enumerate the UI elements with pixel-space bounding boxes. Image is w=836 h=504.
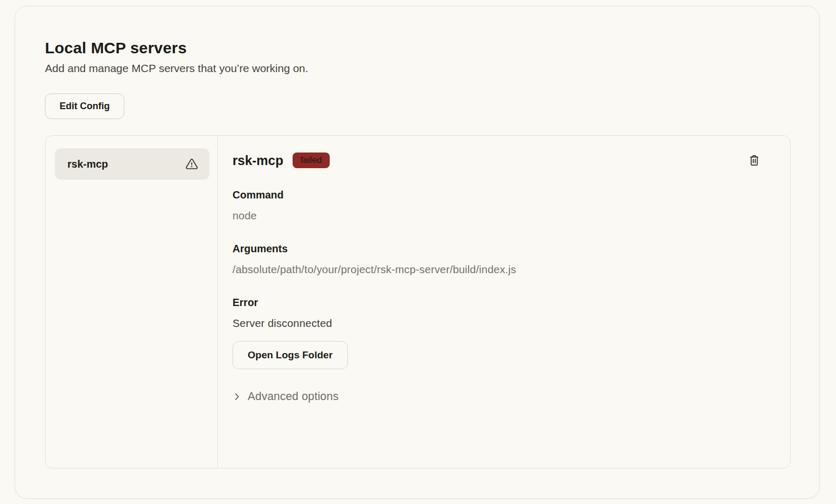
page-subtitle: Add and manage MCP servers that you’re w… (45, 62, 789, 75)
warning-icon (185, 158, 198, 170)
status-badge: failed (293, 153, 330, 168)
settings-panel: Local MCP servers Add and manage MCP ser… (15, 6, 820, 499)
server-name: rsk-mcp (233, 153, 283, 168)
advanced-options-label: Advanced options (248, 390, 339, 403)
edit-config-button[interactable]: Edit Config (45, 93, 124, 119)
delete-server-button[interactable] (747, 153, 762, 168)
server-list-sidebar: rsk-mcp (45, 136, 218, 468)
command-label: Command (233, 189, 762, 201)
trash-icon (748, 154, 761, 167)
open-logs-folder-button[interactable]: Open Logs Folder (233, 341, 348, 369)
advanced-options-toggle[interactable]: Advanced options (233, 390, 339, 403)
arguments-label: Arguments (233, 243, 762, 255)
server-detail-pane: rsk-mcp failed (218, 136, 790, 468)
screen: Local MCP servers Add and manage MCP ser… (0, 0, 836, 504)
server-card: rsk-mcp rsk-mcp failed (45, 135, 791, 468)
arguments-value: /absolute/path/to/your/project/rsk-mcp-s… (233, 263, 762, 276)
error-label: Error (233, 297, 762, 309)
error-value: Server disconnected (233, 317, 762, 330)
server-detail-header: rsk-mcp failed (233, 153, 762, 168)
server-list-item-label: rsk-mcp (67, 158, 108, 170)
chevron-right-icon (233, 392, 241, 401)
command-value: node (233, 209, 762, 222)
page-title: Local MCP servers (45, 39, 789, 57)
server-list-item-rsk-mcp[interactable]: rsk-mcp (55, 148, 210, 180)
